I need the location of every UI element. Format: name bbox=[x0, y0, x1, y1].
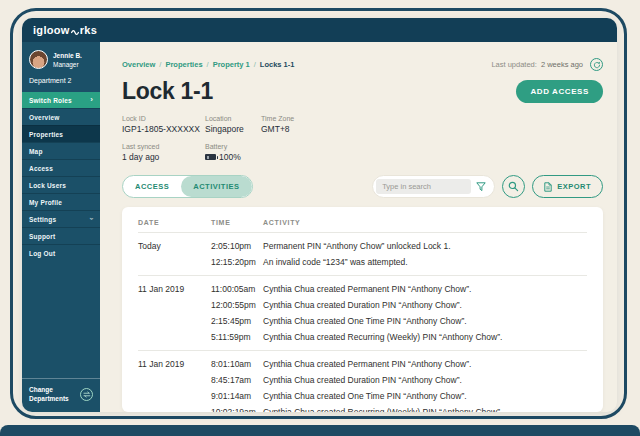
sidebar-item-label: Lock Users bbox=[29, 182, 66, 189]
search-button[interactable] bbox=[502, 175, 525, 198]
switch-roles-button[interactable]: Switch Roles › bbox=[22, 92, 100, 108]
info-label: Last synced bbox=[122, 143, 205, 150]
info-time-zone: Time Zone GMT+8 bbox=[261, 115, 294, 134]
column-header-time: TIME bbox=[211, 219, 263, 226]
sidebar-item-my-profile[interactable]: My Profile bbox=[22, 193, 100, 210]
sidebar-item-label: Support bbox=[29, 233, 55, 240]
user-block: Jennie B. Manager Department 2 bbox=[22, 42, 100, 92]
info-location: Location Singapore bbox=[205, 115, 261, 134]
breadcrumb-link-properties[interactable]: Properties bbox=[165, 60, 202, 69]
sidebar-item-overview[interactable]: Overview bbox=[22, 108, 100, 125]
app-header: igloowrks bbox=[22, 18, 617, 42]
info-label: Battery bbox=[205, 143, 261, 150]
info-last-synced: Last synced 1 day ago bbox=[122, 143, 205, 162]
change-departments-label: Change Departments bbox=[29, 385, 73, 405]
info-value: IGP1-1805-XXXXXX bbox=[122, 124, 205, 134]
cell-activity: Cynthia Chua created Permanent PIN “Anth… bbox=[263, 359, 587, 369]
change-departments-button[interactable]: Change Departments bbox=[22, 378, 100, 413]
info-label: Lock ID bbox=[122, 115, 205, 122]
sidebar-item-label: Map bbox=[29, 148, 43, 155]
cell-time: 8:01:10am bbox=[211, 359, 263, 369]
tab-access[interactable]: ACCESS bbox=[123, 176, 181, 197]
search-group: EXPORT bbox=[372, 175, 603, 198]
cell-activity: Permanent PIN “Anthony Chow” unlocked Lo… bbox=[263, 241, 587, 251]
page-title: Lock 1-1 bbox=[122, 78, 213, 105]
sidebar-item-map[interactable]: Map bbox=[22, 142, 100, 159]
refresh-button[interactable] bbox=[590, 58, 603, 71]
sidebar-item-label: Settings bbox=[29, 216, 56, 223]
activity-table-body: Today2:05:10pmPermanent PIN “Anthony Cho… bbox=[138, 233, 587, 412]
table-row: 12:00:55pmCynthia Chua created Duration … bbox=[138, 297, 587, 313]
sidebar-item-label: Properties bbox=[29, 131, 63, 138]
info-value: GMT+8 bbox=[261, 124, 294, 134]
cell-activity: Cynthia Chua created One Time PIN “Antho… bbox=[263, 316, 587, 326]
cell-activity: An invalid code “1234” was attempted. bbox=[263, 257, 587, 267]
export-button[interactable]: EXPORT bbox=[532, 175, 603, 198]
breadcrumb-current: Locks 1-1 bbox=[260, 60, 295, 69]
cell-activity: Cynthia Chua created Recurring (Weekly) … bbox=[263, 332, 587, 342]
search-input[interactable] bbox=[376, 179, 471, 194]
sidebar-item-access[interactable]: Access bbox=[22, 159, 100, 176]
switch-roles-label: Switch Roles bbox=[29, 97, 72, 104]
sidebar: Jennie B. Manager Department 2 Switch Ro… bbox=[22, 42, 100, 412]
table-row: 8:45:17amCynthia Chua created Duration P… bbox=[138, 372, 587, 388]
sidebar-item-properties[interactable]: Properties bbox=[22, 125, 100, 142]
cell-date: 11 Jan 2019 bbox=[138, 284, 211, 294]
cell-time: 11:00:05am bbox=[211, 284, 263, 294]
sidebar-item-log-out[interactable]: Log Out bbox=[22, 244, 100, 261]
sidebar-item-support[interactable]: Support bbox=[22, 227, 100, 244]
user-name: Jennie B. bbox=[53, 51, 82, 60]
cell-date: 11 Jan 2019 bbox=[138, 359, 211, 369]
sidebar-item-label: Access bbox=[29, 165, 53, 172]
logo-text-suffix: rks bbox=[80, 24, 97, 36]
cell-time: 2:05:10pm bbox=[211, 241, 263, 251]
breadcrumb-link-overview[interactable]: Overview bbox=[122, 60, 155, 69]
sidebar-item-label: My Profile bbox=[29, 199, 62, 206]
app-logo: igloowrks bbox=[33, 23, 97, 38]
avatar bbox=[29, 50, 48, 69]
last-updated: Last updated: 2 weeks ago bbox=[491, 58, 603, 71]
cell-date: Today bbox=[138, 241, 211, 251]
tab-group: ACCESS ACTIVITIES bbox=[122, 175, 253, 198]
breadcrumb-link-property-1[interactable]: Property 1 bbox=[213, 60, 250, 69]
cell-time: 12:15:20pm bbox=[211, 257, 263, 267]
activity-table: DATE TIME ACTIVITY Today2:05:10pmPermane… bbox=[122, 207, 603, 412]
info-value: Singapore bbox=[205, 124, 261, 134]
column-header-activity: ACTIVITY bbox=[263, 219, 587, 226]
sidebar-item-lock-users[interactable]: Lock Users bbox=[22, 176, 100, 193]
table-row: 10:02:19amCynthia Chua created Recurring… bbox=[138, 404, 587, 412]
sidebar-item-label: Overview bbox=[29, 114, 60, 121]
cell-time: 8:45:17am bbox=[211, 375, 263, 385]
table-header: DATE TIME ACTIVITY bbox=[138, 207, 587, 233]
magnifier-icon bbox=[508, 181, 519, 192]
refresh-icon bbox=[593, 61, 601, 69]
device-base-bar bbox=[0, 425, 640, 436]
search-box bbox=[372, 175, 495, 198]
cell-activity: Cynthia Chua created Duration PIN “Antho… bbox=[263, 300, 587, 310]
user-role: Manager bbox=[53, 61, 82, 68]
user-department: Department 2 bbox=[29, 77, 93, 84]
sidebar-spacer bbox=[22, 261, 100, 378]
cell-time: 9:01:14am bbox=[211, 391, 263, 401]
sidebar-menu: OverviewPropertiesMapAccessLock UsersMy … bbox=[22, 108, 100, 261]
breadcrumb-separator: / bbox=[159, 60, 161, 69]
tab-activities[interactable]: ACTIVITIES bbox=[181, 176, 251, 197]
info-label: Location bbox=[205, 115, 261, 122]
table-row: 11 Jan 20198:01:10amCynthia Chua created… bbox=[138, 356, 587, 372]
info-value: 1 day ago bbox=[122, 152, 205, 162]
last-updated-label: Last updated: bbox=[491, 60, 536, 69]
battery-icon bbox=[205, 154, 216, 160]
table-row: 11 Jan 201911:00:05amCynthia Chua create… bbox=[138, 281, 587, 297]
cell-time: 12:00:55pm bbox=[211, 300, 263, 310]
add-access-button[interactable]: ADD ACCESS bbox=[516, 80, 603, 103]
funnel-icon[interactable] bbox=[476, 178, 486, 196]
activity-group: 11 Jan 201911:00:05amCynthia Chua create… bbox=[138, 275, 587, 350]
cell-activity: Cynthia Chua created One Time PIN “Antho… bbox=[263, 391, 587, 401]
sidebar-item-settings[interactable]: Settings› bbox=[22, 210, 100, 227]
document-icon bbox=[544, 182, 552, 192]
swap-arrows-icon[interactable] bbox=[80, 388, 93, 401]
breadcrumb-separator: / bbox=[207, 60, 209, 69]
activity-group: 11 Jan 20198:01:10amCynthia Chua created… bbox=[138, 350, 587, 412]
cell-activity: Cynthia Chua created Duration PIN “Antho… bbox=[263, 375, 587, 385]
table-row: Today2:05:10pmPermanent PIN “Anthony Cho… bbox=[138, 238, 587, 254]
